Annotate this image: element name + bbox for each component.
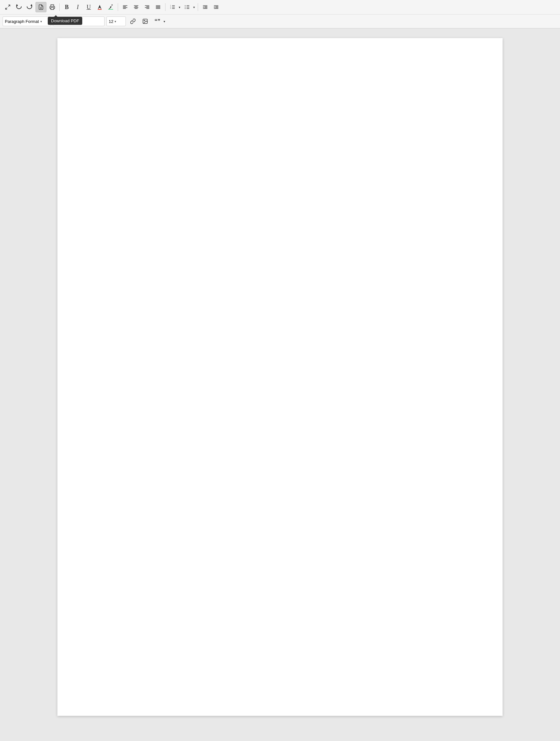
redo-button[interactable] — [24, 2, 35, 12]
underline-button[interactable]: U — [83, 2, 94, 12]
unordered-list-button[interactable] — [182, 2, 192, 12]
svg-rect-3 — [51, 8, 54, 10]
align-left-button[interactable] — [120, 2, 130, 12]
undo-button[interactable] — [13, 2, 24, 12]
ordered-list-group: 1. 2. 3. ▾ — [167, 2, 181, 12]
font-family-select[interactable]: Font Family ▾ — [53, 16, 104, 26]
toolbar-container: B I U — [0, 0, 560, 28]
indent-decrease-button[interactable] — [200, 2, 210, 12]
expand-button[interactable] — [3, 2, 13, 12]
text-color-button[interactable] — [94, 2, 105, 12]
quote-button[interactable]: “” — [152, 16, 162, 26]
svg-text:3.: 3. — [170, 8, 171, 9]
unordered-list-dropdown[interactable]: ▾ — [192, 2, 196, 12]
italic-button[interactable]: I — [73, 2, 83, 12]
svg-text:2.: 2. — [170, 6, 171, 8]
download-pdf-button[interactable] — [36, 2, 47, 12]
ordered-list-dropdown[interactable]: ▾ — [178, 2, 181, 12]
svg-text:1.: 1. — [170, 5, 171, 6]
paragraph-format-select[interactable]: Paragraph Format ▾ — [3, 16, 51, 26]
font-size-arrow: ▾ — [115, 20, 116, 23]
separator-2 — [118, 3, 118, 11]
paragraph-format-arrow: ▾ — [40, 20, 42, 23]
separator-1 — [59, 3, 60, 11]
svg-rect-4 — [98, 9, 101, 10]
highlight-button[interactable] — [106, 2, 116, 12]
toolbar-row1: B I U — [0, 0, 560, 14]
svg-point-33 — [185, 8, 186, 9]
print-button[interactable] — [47, 2, 57, 12]
indent-increase-button[interactable] — [211, 2, 221, 12]
main-content — [0, 28, 560, 734]
svg-rect-5 — [109, 9, 113, 10]
font-size-select[interactable]: 12 ▾ — [107, 16, 126, 26]
separator-4 — [198, 3, 198, 11]
align-justify-button[interactable] — [153, 2, 163, 12]
svg-point-31 — [185, 5, 186, 6]
align-center-button[interactable] — [131, 2, 141, 12]
font-size-value: 12 — [109, 19, 113, 24]
bold-button[interactable]: B — [62, 2, 72, 12]
font-family-arrow: ▾ — [78, 20, 80, 23]
toolbar-row2: Paragraph Format ▾ Font Family ▾ 12 ▾ — [0, 14, 560, 28]
ordered-list-button[interactable]: 1. 2. 3. — [167, 2, 178, 12]
quote-dropdown[interactable]: ▾ — [162, 16, 166, 26]
document-page[interactable] — [57, 38, 503, 716]
image-button[interactable] — [140, 16, 150, 26]
font-family-label: Font Family — [55, 19, 77, 24]
unordered-list-group: ▾ — [182, 2, 196, 12]
svg-point-32 — [185, 7, 186, 7]
svg-point-43 — [144, 20, 144, 21]
quote-group: “” ▾ — [152, 16, 166, 26]
link-button[interactable] — [128, 16, 138, 26]
paragraph-format-label: Paragraph Format — [5, 19, 39, 24]
svg-line-0 — [8, 5, 10, 6]
svg-line-1 — [5, 8, 7, 9]
align-right-button[interactable] — [142, 2, 152, 12]
separator-3 — [165, 3, 165, 11]
